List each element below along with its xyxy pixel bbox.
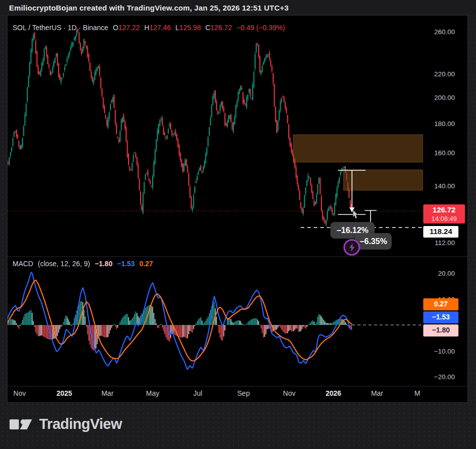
measure-tooltip-2: −6.35% bbox=[355, 233, 392, 250]
svg-text:140.00: 140.00 bbox=[434, 182, 455, 190]
lightning-icon[interactable] bbox=[343, 239, 360, 256]
tradingview-logo: TradingView bbox=[10, 416, 122, 432]
high-value: 127.46 bbox=[149, 24, 171, 32]
svg-text:May: May bbox=[146, 389, 159, 397]
close-value: 126.72 bbox=[210, 24, 232, 32]
close-label: C bbox=[205, 24, 210, 32]
svg-text:Nov: Nov bbox=[283, 389, 296, 397]
symbol-title: SOL / TetherUS · 1D · Binance bbox=[13, 24, 108, 32]
macd-hist-value: −1.80 bbox=[95, 260, 112, 268]
svg-text:−10.00: −10.00 bbox=[434, 348, 455, 355]
open-label: O bbox=[113, 24, 118, 32]
svg-text:2026: 2026 bbox=[325, 389, 341, 397]
watermark-bar: EmiliocryptoBojan created with TradingVi… bbox=[0, 0, 476, 15]
svg-text:200.00: 200.00 bbox=[434, 94, 455, 101]
level-price-label[interactable]: 118.24 bbox=[423, 226, 458, 238]
macd-hist-label[interactable]: −1.80 bbox=[423, 324, 458, 336]
change-value: −0.49 (−0.39%) bbox=[236, 24, 285, 32]
svg-text:Sep: Sep bbox=[237, 389, 250, 397]
macd-signal-axis-value: 0.27 bbox=[434, 300, 447, 309]
macd-signal-value: 0.27 bbox=[139, 260, 153, 268]
svg-text:180.00: 180.00 bbox=[434, 120, 455, 128]
macd-line-label[interactable]: −1.53 bbox=[423, 311, 458, 323]
bar-countdown: 14:08:49 bbox=[423, 215, 465, 223]
low-value: 125.98 bbox=[179, 24, 201, 32]
svg-text:Jul: Jul bbox=[193, 389, 202, 397]
svg-text:Mar: Mar bbox=[371, 389, 383, 397]
svg-text:112.00: 112.00 bbox=[435, 239, 455, 247]
bolt-glyph bbox=[348, 243, 356, 252]
tradingview-mark-icon bbox=[10, 418, 34, 430]
tradingview-snapshot: { "watermark": "EmiliocryptoBojan create… bbox=[0, 0, 476, 449]
svg-text:160.00: 160.00 bbox=[434, 149, 455, 157]
high-label: H bbox=[144, 24, 149, 32]
svg-text:M: M bbox=[414, 389, 420, 397]
low-label: L bbox=[175, 24, 179, 32]
macd-signal-label[interactable]: 0.27 bbox=[423, 298, 458, 310]
svg-text:20.00: 20.00 bbox=[438, 270, 455, 277]
macd-legend[interactable]: MACD (close, 12, 26, 9) −1.80 −1.53 0.27 bbox=[13, 260, 153, 268]
svg-text:2025: 2025 bbox=[56, 389, 72, 397]
symbol-legend[interactable]: SOL / TetherUS · 1D · Binance O127.22 H1… bbox=[13, 24, 285, 32]
level-price-value: 118.24 bbox=[429, 227, 452, 237]
chart-canvas[interactable]: 260.00220.00200.00180.00160.00140.00112.… bbox=[8, 16, 467, 402]
chart-widget[interactable]: 260.00220.00200.00180.00160.00140.00112.… bbox=[7, 15, 468, 403]
svg-text:260.00: 260.00 bbox=[434, 28, 455, 36]
macd-params: (close, 12, 26, 9) bbox=[38, 260, 90, 268]
watermark-text: EmiliocryptoBojan created with TradingVi… bbox=[9, 4, 289, 12]
last-price-value: 126.72 bbox=[423, 205, 465, 215]
last-price-label[interactable]: 126.72 14:08:49 bbox=[423, 204, 465, 223]
svg-text:Mar: Mar bbox=[101, 389, 113, 397]
measure-percent-2: −6.35% bbox=[360, 237, 387, 246]
macd-hist-axis-value: −1.80 bbox=[432, 326, 449, 335]
svg-text:Nov: Nov bbox=[14, 389, 26, 397]
svg-text:220.00: 220.00 bbox=[434, 70, 455, 78]
open-value: 127.22 bbox=[118, 24, 140, 32]
macd-title: MACD bbox=[13, 260, 33, 268]
svg-text:−20.00: −20.00 bbox=[434, 373, 455, 381]
tradingview-wordmark: TradingView bbox=[39, 416, 122, 432]
macd-line-value: −1.53 bbox=[117, 260, 135, 268]
macd-line-axis-value: −1.53 bbox=[432, 313, 449, 322]
